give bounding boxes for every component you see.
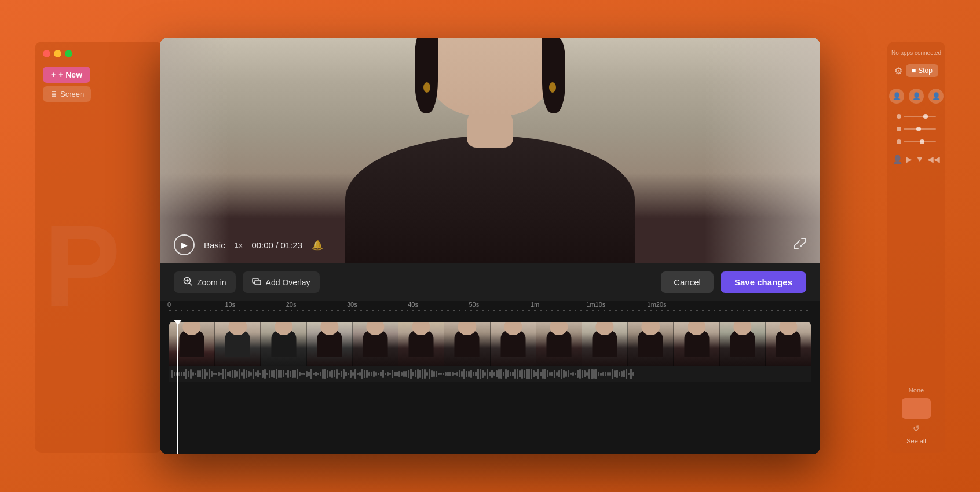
new-button-label: + New <box>58 70 82 79</box>
add-overlay-label: Add Overlay <box>266 278 310 287</box>
minimize-control[interactable] <box>54 50 61 57</box>
refresh-icon[interactable]: ↺ <box>913 424 920 433</box>
save-changes-label: Save changes <box>734 277 792 287</box>
window-controls <box>35 42 162 63</box>
play-button[interactable]: ▶ <box>174 234 195 255</box>
zoom-in-icon <box>183 277 192 288</box>
no-apps-label: No apps connected <box>891 50 941 56</box>
ruler-mark-30s: 30s <box>347 301 357 308</box>
close-control[interactable] <box>43 50 50 57</box>
time-display: 00:00 / 01:23 <box>251 240 302 250</box>
avatar-2: 👤 <box>909 89 924 104</box>
maximize-control[interactable] <box>65 50 72 57</box>
quality-label: Basic <box>204 240 225 250</box>
time-current: 00:00 <box>251 240 273 250</box>
none-label: None <box>909 387 924 394</box>
overlay-icon <box>252 277 261 288</box>
avatar-row: 👤 👤 👤 <box>883 89 949 104</box>
playhead <box>177 320 178 454</box>
quality-badge: 1x <box>235 241 243 249</box>
person-icon: 👤 <box>893 155 902 164</box>
ruler-inner: 0 10s 20s 30s 40s 50s 1m 1m10s 1m20s <box>169 301 811 320</box>
time-total: 01:23 <box>280 240 302 250</box>
screen-icon: 🖥 <box>50 90 57 98</box>
ruler-mark-1m: 1m <box>531 301 539 308</box>
ruler-mark-20s: 20s <box>286 301 297 308</box>
new-button[interactable]: + + New <box>43 67 90 83</box>
frame-6 <box>398 322 444 366</box>
play-icon: ▶ <box>181 240 188 249</box>
right-bg-panel: No apps connected ⚙ ■ Stop 👤 👤 👤 <box>887 42 945 453</box>
play-icon: ▶ <box>906 155 912 164</box>
ruler-mark-40s: 40s <box>408 301 418 308</box>
big-letter-p: P <box>43 208 120 324</box>
cancel-label: Cancel <box>674 277 701 287</box>
playhead-triangle <box>174 320 182 325</box>
slider-2 <box>897 127 936 131</box>
zoom-in-label: Zoom in <box>197 278 226 287</box>
avatar-3: 👤 <box>928 89 944 104</box>
ruler-mark-50s: 50s <box>469 301 479 308</box>
frame-14 <box>766 322 811 366</box>
ruler-mark-1m20s: 1m20s <box>648 301 667 308</box>
frame-strip <box>169 322 811 366</box>
sync-icon[interactable]: 🔔 <box>312 240 323 251</box>
zoom-in-button[interactable]: Zoom in <box>174 271 236 293</box>
tool-icons-row: 👤 ▶ ▼ ◀◀ <box>888 155 945 164</box>
frame-7 <box>444 322 490 366</box>
svg-rect-5 <box>255 280 261 285</box>
frame-5 <box>353 322 398 366</box>
stop-button[interactable]: ■ Stop <box>906 64 938 77</box>
add-overlay-button[interactable]: Add Overlay <box>243 271 320 293</box>
bottom-section: 0 10s 20s 30s 40s 50s 1m 1m10s 1m20s <box>160 301 820 454</box>
filter-icon: ▼ <box>916 155 924 164</box>
track-area <box>160 320 820 454</box>
orange-thumbnail[interactable] <box>902 398 931 419</box>
earring-right <box>549 82 556 93</box>
frame-3 <box>261 322 306 366</box>
stop-icon: ■ <box>912 67 916 75</box>
hair-left <box>415 38 438 113</box>
frame-2 <box>215 322 261 366</box>
curtain-left <box>160 38 229 263</box>
skip-icon: ◀◀ <box>927 155 940 164</box>
waveform <box>169 366 811 382</box>
screen-button-label: Screen <box>60 90 84 98</box>
save-changes-button[interactable]: Save changes <box>721 271 806 293</box>
curtain-right <box>704 38 820 263</box>
video-area: ▶ Basic 1x 00:00 / 01:23 🔔 <box>160 38 820 263</box>
svg-line-1 <box>189 283 192 285</box>
ruler-mark-10s: 10s <box>225 301 235 308</box>
video-controls: ▶ Basic 1x 00:00 / 01:23 🔔 <box>160 234 820 255</box>
slider-group <box>887 109 945 149</box>
see-all-label[interactable]: See all <box>906 438 926 445</box>
frame-1 <box>169 322 215 366</box>
frame-10 <box>582 322 628 366</box>
screen-button[interactable]: 🖥 Screen <box>43 86 91 102</box>
stop-button-label: Stop <box>918 67 933 75</box>
toolbar: Zoom in Add Overlay Cancel Save changes <box>160 263 820 301</box>
ruler-mark-0: 0 <box>167 301 171 308</box>
ruler-mark-1m10s: 1m10s <box>586 301 605 308</box>
gear-icon[interactable]: ⚙ <box>894 65 902 76</box>
track-strip[interactable] <box>169 322 811 454</box>
frame-11 <box>628 322 674 366</box>
cancel-button[interactable]: Cancel <box>661 271 714 293</box>
timeline-ruler: 0 10s 20s 30s 40s 50s 1m 1m10s 1m20s <box>160 301 820 320</box>
frame-13 <box>720 322 766 366</box>
frame-9 <box>536 322 582 366</box>
slider-3 <box>897 139 936 144</box>
main-window: ▶ Basic 1x 00:00 / 01:23 🔔 <box>160 38 820 454</box>
avatar-1: 👤 <box>889 89 904 104</box>
expand-icon[interactable] <box>793 237 806 253</box>
hair-right <box>542 38 565 113</box>
ruler-dots <box>169 310 811 311</box>
plus-icon: + <box>51 70 56 79</box>
frame-12 <box>674 322 719 366</box>
person-face <box>426 38 554 116</box>
frame-4 <box>307 322 353 366</box>
frame-8 <box>491 322 536 366</box>
earring-left <box>423 82 430 93</box>
slider-1 <box>897 114 936 119</box>
